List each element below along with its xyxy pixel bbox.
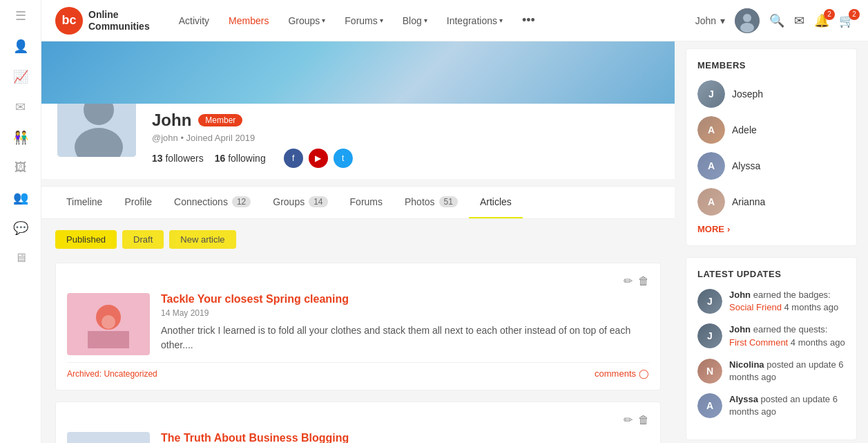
member-avatar-joseph: J (697, 80, 725, 108)
articles-section: Published Draft New article ✏ 🗑 (41, 219, 675, 443)
following-stat[interactable]: 16 following (215, 153, 266, 164)
sidebar-updates-title: Latest Updates (697, 269, 845, 279)
article-body-2: The Truth About Business Blogging 14 May… (67, 432, 649, 443)
activity-icon[interactable]: 📈 (13, 69, 28, 84)
article-category[interactable]: Uncategorized (104, 369, 157, 379)
avatar[interactable] (735, 8, 760, 33)
nav-groups[interactable]: Groups ▾ (280, 10, 334, 32)
svg-rect-11 (67, 432, 150, 443)
profile-name-row: John Member (152, 111, 661, 130)
article-edit-button[interactable]: ✏ (624, 274, 633, 288)
mail-icon[interactable]: ✉ (15, 100, 26, 115)
notifications-icon[interactable]: 🔔 2 (814, 13, 829, 28)
image-icon[interactable]: 🖼 (15, 160, 27, 175)
search-icon[interactable]: 🔍 (769, 13, 784, 28)
nav-activity[interactable]: Activity (171, 10, 218, 32)
nav-forums[interactable]: Forums ▾ (336, 10, 391, 32)
user-caret-icon: ▾ (720, 15, 725, 26)
friends-icon[interactable]: 👫 (13, 130, 28, 145)
article-title-2[interactable]: The Truth About Business Blogging (161, 432, 649, 443)
svg-rect-9 (88, 331, 129, 348)
mail-nav-icon[interactable]: ✉ (794, 13, 804, 28)
icon-bar: ☰ 👤 📈 ✉ 👫 🖼 👥 💬 🖥 ⚙ (0, 0, 41, 443)
list-item[interactable]: A Alyssa (697, 152, 845, 180)
member-badge: Member (198, 114, 242, 126)
list-item: N Nicolina posted an update 6 months ago (697, 359, 845, 384)
facebook-icon[interactable]: f (284, 149, 303, 168)
svg-point-1 (743, 14, 751, 22)
sidebar-members: Members J Joseph A Adele (686, 48, 857, 246)
article-delete-button[interactable]: 🗑 (638, 274, 649, 288)
profile-username: @john • Joined April 2019 (152, 133, 661, 143)
youtube-icon[interactable]: ▶ (309, 149, 328, 168)
tab-groups[interactable]: Groups 14 (262, 187, 338, 218)
article-content: Tackle Your closest Spring cleaning 14 M… (161, 293, 649, 355)
tab-profile[interactable]: Profile (113, 187, 163, 218)
article-title[interactable]: Tackle Your closest Spring cleaning (161, 293, 649, 305)
member-avatar-alyssa: A (697, 152, 725, 180)
forums-caret: ▾ (380, 17, 383, 24)
tab-articles[interactable]: Articles (469, 187, 523, 218)
groups-caret: ▾ (322, 17, 325, 24)
logo-text: Online Communities (88, 9, 150, 32)
article-edit-button-2[interactable]: ✏ (624, 413, 633, 426)
update-avatar-john1: J (697, 289, 722, 314)
list-item[interactable]: A Adele (697, 116, 845, 144)
filter-draft[interactable]: Draft (122, 230, 164, 249)
followers-stat[interactable]: 13 followers (152, 153, 204, 164)
list-item: J John earned the quests: First Comment … (697, 323, 845, 348)
menu-icon[interactable]: ☰ (15, 8, 26, 23)
profile-main: John Member @john • Joined April 2019 13… (41, 41, 675, 443)
filter-published[interactable]: Published (55, 230, 117, 249)
twitter-icon[interactable]: t (334, 149, 353, 168)
filter-new-article[interactable]: New article (169, 230, 235, 249)
update-avatar-alyssa: A (697, 393, 722, 418)
list-item: A Alyssa posted an update 6 months ago (697, 393, 845, 418)
top-nav: bc Online Communities Activity Members G… (41, 0, 868, 41)
tab-timeline[interactable]: Timeline (55, 187, 113, 218)
member-name: Adele (732, 124, 757, 135)
logo[interactable]: bc Online Communities (55, 7, 150, 35)
members-more-link[interactable]: MORE › (697, 224, 845, 234)
profile-tabs: Timeline Profile Connections 12 Groups 1… (41, 186, 675, 219)
chat-icon[interactable]: 💬 (13, 220, 28, 236)
social-icons: f ▶ t (284, 149, 353, 168)
article-delete-button-2[interactable]: 🗑 (638, 413, 649, 426)
groups-count: 14 (309, 196, 327, 207)
article-archived: Archived: Uncategorized (67, 369, 157, 379)
update-text: Alyssa posted an update 6 months ago (729, 393, 845, 418)
cart-icon[interactable]: 🛒 2 (839, 13, 854, 28)
nav-integrations[interactable]: Integrations ▾ (438, 10, 511, 32)
member-name: Arianna (732, 196, 765, 207)
list-item[interactable]: A Arianna (697, 188, 845, 216)
member-avatar-adele: A (697, 116, 725, 144)
user-icon[interactable]: 👤 (13, 39, 28, 54)
update-avatar-nicolina: N (697, 359, 722, 384)
photos-count: 51 (439, 196, 458, 207)
article-date: 14 May 2019 (161, 308, 649, 318)
nav-links: Activity Members Groups ▾ Forums ▾ Blog … (171, 8, 695, 33)
connections-count: 12 (232, 196, 251, 207)
tab-forums[interactable]: Forums (339, 187, 394, 218)
user-menu-button[interactable]: John ▾ (695, 15, 725, 26)
article-card-header-2: ✏ 🗑 (67, 413, 649, 426)
update-avatar-john2: J (697, 323, 722, 348)
tab-photos[interactable]: Photos 51 (394, 187, 469, 218)
profile-stats: 13 followers 16 following f ▶ t (152, 149, 661, 168)
cart-badge: 2 (849, 9, 860, 20)
update-text: Nicolina posted an update 6 months ago (729, 359, 845, 384)
group-icon[interactable]: 👥 (13, 190, 28, 205)
list-item[interactable]: J Joseph (697, 80, 845, 108)
nav-members[interactable]: Members (220, 10, 277, 32)
article-comments[interactable]: comments ◯ (595, 368, 649, 379)
tab-connections[interactable]: Connections 12 (163, 187, 262, 218)
sidebar-updates: Latest Updates J John earned the badges:… (686, 257, 857, 440)
notifications-badge: 2 (824, 9, 835, 20)
member-name: Joseph (732, 88, 763, 100)
nav-blog[interactable]: Blog ▾ (394, 10, 436, 32)
more-menu-button[interactable]: ••• (514, 8, 543, 33)
article-content-2: The Truth About Business Blogging 14 May… (161, 432, 649, 443)
monitor-icon[interactable]: 🖥 (15, 251, 27, 265)
update-text: John earned the quests: First Comment 4 … (729, 323, 845, 348)
chevron-right-icon: › (727, 224, 730, 234)
